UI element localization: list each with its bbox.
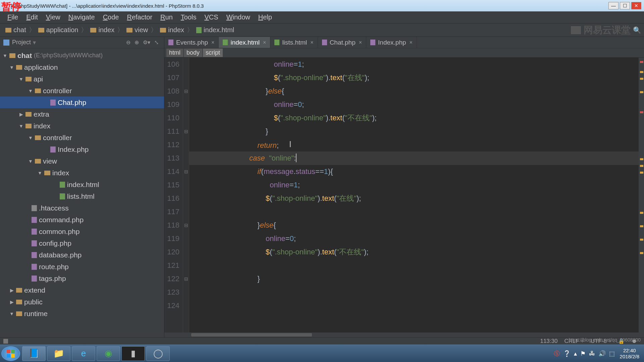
menu-tools[interactable]: Tools [177,13,201,21]
nav-bar: chat〉application〉index〉view〉index〉index.… [0,23,644,37]
gutter: 1061071081091101111121131141151161171181… [164,58,183,333]
horizontal-scrollbar[interactable] [164,333,644,337]
fold-column[interactable]: ⊟⊟⊟⊟⊟ [183,58,189,333]
system-tray[interactable]: Ⓢ ❔ ▴ ⚑ 🖧 🔊 ⬚ 22:402018/2/8 [552,348,643,360]
close-icon[interactable]: × [211,40,214,46]
menu-code[interactable]: Code [99,13,123,21]
close-icon[interactable]: × [263,40,266,46]
menu-window[interactable]: Window [222,13,254,21]
menu-edit[interactable]: Edit [22,13,42,21]
tree-node[interactable]: .htaccess [0,202,164,214]
editor-crumb[interactable]: html [166,49,183,57]
editor-crumb[interactable]: script [203,49,223,57]
tray-chevron-icon[interactable]: ▴ [574,350,577,357]
tree-node[interactable]: ▼runtime [0,308,164,319]
tree-node[interactable]: database.php [0,249,164,261]
crumb-item[interactable]: index [88,26,116,34]
tray-network-icon[interactable]: 🖧 [589,350,595,357]
tree-node[interactable]: ▼index [0,167,164,179]
tree-node[interactable]: route.php [0,261,164,273]
close-button[interactable]: ✕ [631,2,641,9]
tab-Index-php[interactable]: Index.php× [366,37,417,48]
breadcrumb: chat〉application〉index〉view〉index〉index.… [3,25,236,35]
menu-refactor[interactable]: Refactor [123,13,156,21]
tree-node[interactable]: ▼controller [0,132,164,143]
taskbar-app-explorer[interactable]: 📁 [47,346,70,361]
tree-node[interactable]: config.php [0,237,164,249]
taskbar-app-obs[interactable]: ◯ [146,346,170,361]
tree-node[interactable]: ▶public [0,296,164,308]
window-title: [E:\phpStudy\WWW\chat] - ...\application… [3,3,607,9]
taskbar-app-green[interactable]: ◉ [97,346,120,361]
crumb-item[interactable]: application [36,26,80,34]
scrollbar-thumb[interactable] [191,333,312,337]
tray-s-icon[interactable]: Ⓢ [554,350,560,358]
close-icon[interactable]: × [410,40,413,46]
tray-misc-icon[interactable]: ⬚ [609,350,615,357]
code-area[interactable]: 1061071081091101111121131141151161171181… [164,58,644,333]
tab-Chat-php[interactable]: Chat.php× [318,37,366,48]
tree-node[interactable]: ▼view [0,155,164,167]
editor: Events.php×index.html×lists.html×Chat.ph… [164,37,644,337]
editor-crumb[interactable]: body [184,49,202,57]
tree-node[interactable]: ▶extra [0,108,164,120]
pause-overlay: 暂停 [1,0,21,14]
taskbar-app-ie[interactable]: e [72,346,95,361]
crumb-item[interactable]: index [158,26,186,34]
close-icon[interactable]: × [310,40,313,46]
collapse-icon[interactable]: ⊖ [126,39,130,46]
tree-root[interactable]: ▼chat (E:\phpStudy\WWW\chat) [0,50,164,61]
menu-help[interactable]: Help [254,13,276,21]
close-icon[interactable]: × [359,40,362,46]
project-icon [3,40,9,46]
search-icon[interactable]: 🔍 [633,26,641,34]
titlebar: [E:\phpStudy\WWW\chat] - ...\application… [0,0,644,11]
menu-file[interactable]: File [3,13,22,21]
tree-node[interactable]: ▼api [0,73,164,85]
start-button[interactable] [1,346,20,361]
project-panel: Project ▾ ⊖ ⊕ ⚙▾ ⤡ ▼chat (E:\phpStudy\WW… [0,37,164,337]
tray-volume-icon[interactable]: 🔊 [598,350,606,357]
status-icon [3,339,8,344]
hide-icon[interactable]: ⤡ [154,39,159,46]
tab-lists-html[interactable]: lists.html× [270,37,318,48]
project-panel-header: Project ▾ ⊖ ⊕ ⚙▾ ⤡ [0,37,164,48]
menu-navigate[interactable]: Navigate [64,13,99,21]
tree-node[interactable]: Chat.php [0,97,164,108]
minimize-button[interactable]: — [608,2,619,9]
taskbar-clock[interactable]: 22:402018/2/8 [620,348,639,360]
status-bar: 113:30 CRLF ÷ UTF-8 ÷ 🔒 ☻ [0,337,644,345]
menu-vcs[interactable]: VCS [201,13,222,21]
tree-node[interactable]: ▼application [0,61,164,73]
taskbar: 📘 📁 e ◉ ▮ ◯ Ⓢ ❔ ▴ ⚑ 🖧 🔊 ⬚ 22:402018/2/8 [0,345,644,362]
tray-flag-icon[interactable]: ⚑ [580,350,586,357]
gear-icon[interactable]: ⚙▾ [143,39,150,46]
crumb-item[interactable]: chat [3,26,28,34]
tree-node[interactable]: Index.php [0,143,164,155]
taskbar-app-phpstorm[interactable]: 📘 [22,346,46,361]
code-source[interactable]: online=1; $(".shop-online").text("在线"); … [189,58,639,333]
tree-node[interactable]: ▼controller [0,85,164,97]
tree-node[interactable]: index.html [0,179,164,190]
tree-node[interactable]: ▶extend [0,284,164,296]
crumb-item[interactable]: index.html [194,26,236,34]
taskbar-app-cmd[interactable]: ▮ [121,346,145,361]
editor-breadcrumb: htmlbodyscript [164,48,644,58]
target-icon[interactable]: ⊕ [135,39,139,46]
project-tree[interactable]: ▼chat (E:\phpStudy\WWW\chat) ▼applicatio… [0,48,164,337]
tree-node[interactable]: lists.html [0,190,164,202]
maximize-button[interactable]: ☐ [620,2,630,9]
tree-node[interactable]: tags.php [0,273,164,284]
menu-view[interactable]: View [42,13,64,21]
tree-node[interactable]: common.php [0,226,164,237]
tab-Events-php[interactable]: Events.php× [164,37,219,48]
tray-help-icon[interactable]: ❔ [563,350,571,357]
tree-node[interactable]: command.php [0,214,164,226]
cursor-position: 113:30 [540,338,557,345]
menu-run[interactable]: Run [156,13,177,21]
tab-index-html[interactable]: index.html× [219,37,270,48]
crumb-item[interactable]: view [124,26,150,34]
tree-node[interactable]: ▼index [0,120,164,132]
csdn-watermark: https://blog.csdn.net/qq_29608000 [569,337,641,343]
marker-strip[interactable] [639,58,644,333]
